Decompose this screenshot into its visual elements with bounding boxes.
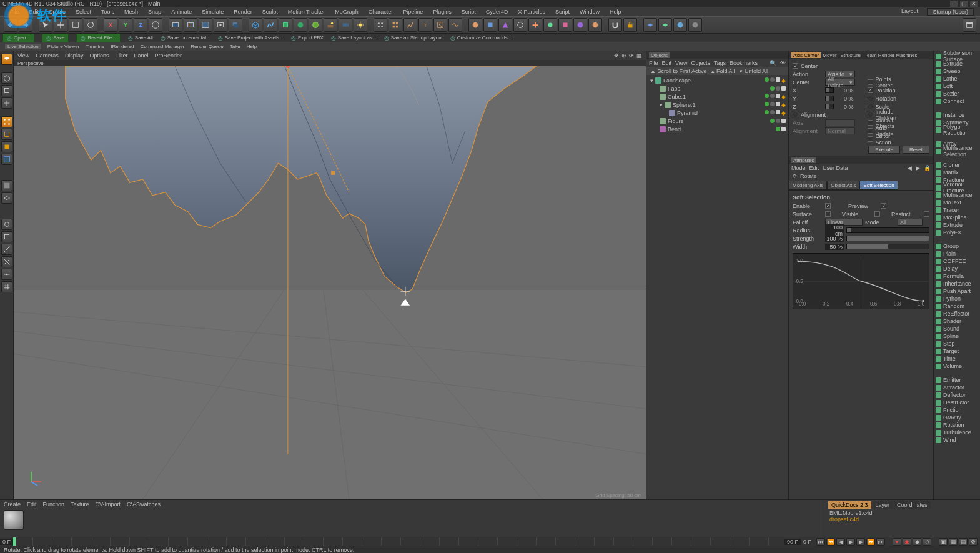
- snap-3d-button[interactable]: [1, 231, 12, 242]
- mode-dropdown[interactable]: All: [898, 219, 923, 226]
- tab-structure[interactable]: Structure: [839, 52, 863, 58]
- tool-g[interactable]: [558, 18, 572, 32]
- attr-menu-edit[interactable]: Edit: [809, 165, 819, 171]
- environment-button[interactable]: [324, 18, 337, 32]
- cmd-emitter[interactable]: Emitter: [934, 376, 980, 384]
- obj-menu-objects[interactable]: Objects: [691, 60, 710, 66]
- cmd-random[interactable]: Random: [934, 302, 980, 310]
- cmd-python[interactable]: Python: [934, 295, 980, 302]
- execute-button[interactable]: Execute: [868, 146, 900, 154]
- goto-end-button[interactable]: ⏭: [876, 538, 885, 546]
- snap-2d-button[interactable]: [1, 244, 12, 255]
- cmd-coffee[interactable]: COFFEE: [934, 257, 980, 265]
- radius-value[interactable]: 100 cm: [825, 224, 844, 237]
- prev-frame-button[interactable]: ◀: [836, 538, 845, 546]
- move-tool[interactable]: [54, 18, 67, 32]
- key-selection-button[interactable]: ▣: [939, 538, 948, 546]
- cmd-take[interactable]: Take: [230, 44, 240, 49]
- menu-plugins[interactable]: Plugins: [429, 9, 455, 15]
- vp-menu-options[interactable]: Options: [89, 52, 109, 59]
- cmd-cloner[interactable]: Cloner: [934, 161, 980, 169]
- snap-enable-button[interactable]: [1, 219, 12, 230]
- tool-c[interactable]: [498, 18, 512, 32]
- menu-cyder4d[interactable]: Cyder4D: [482, 9, 512, 15]
- revert-button[interactable]: Revert File...: [76, 34, 120, 42]
- cmd-destructor[interactable]: Destructor: [934, 399, 980, 406]
- z-value[interactable]: 0 %: [836, 104, 855, 110]
- menu-help[interactable]: Help: [606, 9, 625, 15]
- motext-button[interactable]: T: [418, 18, 432, 32]
- width-slider[interactable]: [846, 244, 929, 249]
- cmd-plain[interactable]: Plain: [934, 250, 980, 257]
- restrict-checkbox[interactable]: [924, 211, 929, 217]
- cmd-delay[interactable]: Delay: [934, 265, 980, 272]
- cmd-formula[interactable]: Formula: [934, 272, 980, 280]
- cmd-friction[interactable]: Friction: [934, 406, 980, 414]
- cmd-polyfx[interactable]: PolyFX: [934, 229, 980, 236]
- x-slider[interactable]: [825, 87, 834, 93]
- generator-button[interactable]: [294, 18, 307, 32]
- tool-f[interactable]: [543, 18, 557, 32]
- cmd-shader[interactable]: Shader: [934, 317, 980, 325]
- position-checkbox[interactable]: [868, 87, 873, 93]
- tool-i[interactable]: [588, 18, 602, 32]
- viewport-3d[interactable]: Grid Spacing: 50 cm: [14, 66, 646, 499]
- cmd-loft[interactable]: Loft: [934, 82, 980, 90]
- tree-item-sphere[interactable]: ▾Sphere.1 ◆: [646, 101, 788, 109]
- cmd-moinstance2[interactable]: MoInstance: [934, 191, 980, 199]
- editor-action-checkbox[interactable]: [868, 136, 873, 142]
- tab-object-axis[interactable]: Object Axis: [827, 181, 859, 190]
- material-thumbnail[interactable]: [4, 510, 24, 530]
- prev-key-button[interactable]: ⏪: [826, 538, 835, 546]
- auto-update-checkbox[interactable]: [868, 128, 873, 134]
- mat-menu-cvswatches[interactable]: CV-Swatches: [127, 501, 161, 509]
- obj-menu-edit[interactable]: Edit: [662, 60, 672, 66]
- center-checkbox[interactable]: [793, 63, 798, 69]
- cmd-gravity[interactable]: Gravity: [934, 414, 980, 421]
- light-button[interactable]: [354, 18, 367, 32]
- attr-menu-userdata[interactable]: User Data: [823, 165, 848, 171]
- center-dropdown[interactable]: All Points▾: [825, 79, 855, 86]
- menu-select[interactable]: Select: [72, 9, 95, 15]
- snap-grid-button[interactable]: [1, 281, 12, 292]
- cmd-reeffector[interactable]: ReEffector: [934, 310, 980, 317]
- key-scale-button[interactable]: ◇: [923, 538, 931, 546]
- key-pos-button[interactable]: ◆: [913, 538, 921, 546]
- timeline-ruler[interactable]: [13, 537, 784, 546]
- save-startup-button[interactable]: Save as Startup Layout: [384, 35, 443, 41]
- content-browser-button[interactable]: [963, 18, 976, 32]
- minimize-button[interactable]: ─: [950, 1, 958, 7]
- redo-button[interactable]: [19, 18, 32, 32]
- menu-file[interactable]: File: [6, 9, 23, 15]
- cmd-wind[interactable]: Wind: [934, 436, 980, 444]
- y-slider[interactable]: [825, 96, 834, 101]
- menu-script[interactable]: Script: [458, 9, 480, 15]
- cmd-sound[interactable]: Sound: [934, 325, 980, 332]
- tree-item-fabs[interactable]: Fabs: [646, 84, 788, 92]
- cmd-inheritance[interactable]: Inheritance: [934, 280, 980, 287]
- tab-quickdocs[interactable]: QuickDocs 2.3: [828, 501, 871, 509]
- vp-zoom-icon[interactable]: ⊕: [621, 52, 626, 59]
- cmd-tracer2[interactable]: Tracer: [934, 206, 980, 214]
- tool-b[interactable]: [483, 18, 497, 32]
- cmd-irendered[interactable]: IRendered: [111, 44, 134, 49]
- cmd-moinstance-selection[interactable]: MoInstance Selection: [934, 147, 980, 155]
- deformer-button[interactable]: [309, 18, 322, 32]
- effector-button[interactable]: [403, 18, 417, 32]
- menu-animate[interactable]: Animate: [167, 9, 196, 15]
- strength-value[interactable]: 100 %: [825, 236, 844, 242]
- cmd-timeline[interactable]: Timeline: [86, 44, 104, 49]
- menu-render[interactable]: Render: [230, 9, 256, 15]
- use-all-checkbox[interactable]: [868, 120, 873, 126]
- axis-world-button[interactable]: [149, 18, 162, 32]
- alignment-checkbox[interactable]: [793, 112, 798, 117]
- workplane-a[interactable]: [643, 18, 657, 32]
- menu-pipeline[interactable]: Pipeline: [399, 9, 427, 15]
- axis-z-button[interactable]: Z: [134, 18, 147, 32]
- menu-edit[interactable]: Edit: [26, 9, 43, 15]
- cmd-deflector[interactable]: Deflector: [934, 391, 980, 399]
- open-button[interactable]: Open...: [2, 34, 34, 42]
- next-frame-button[interactable]: ▶: [856, 538, 865, 546]
- tab-layer[interactable]: Layer: [873, 501, 893, 509]
- menu-mograph[interactable]: MoGraph: [331, 9, 362, 15]
